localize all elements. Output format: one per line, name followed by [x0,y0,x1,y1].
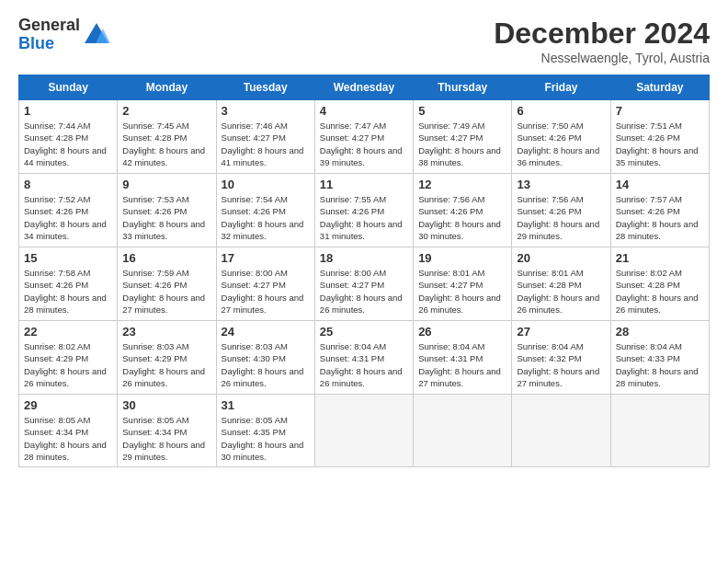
table-row: 17Sunrise: 8:00 AMSunset: 4:27 PMDayligh… [216,247,314,321]
table-row: 13Sunrise: 7:56 AMSunset: 4:26 PMDayligh… [512,174,610,247]
col-friday: Friday [512,75,610,100]
logo-text: General Blue [18,17,80,53]
table-row: 19Sunrise: 8:01 AMSunset: 4:27 PMDayligh… [414,247,512,321]
table-row: 7Sunrise: 7:51 AMSunset: 4:26 PMDaylight… [610,100,709,174]
table-row: 23Sunrise: 8:03 AMSunset: 4:29 PMDayligh… [118,321,216,395]
table-row: 4Sunrise: 7:47 AMSunset: 4:27 PMDaylight… [314,100,413,174]
col-monday: Monday [118,75,216,100]
table-row: 21Sunrise: 8:02 AMSunset: 4:28 PMDayligh… [610,247,709,321]
table-row: 18Sunrise: 8:00 AMSunset: 4:27 PMDayligh… [314,247,413,321]
table-row: 30Sunrise: 8:05 AMSunset: 4:34 PMDayligh… [118,395,216,467]
col-wednesday: Wednesday [314,75,413,100]
logo-icon [83,21,110,49]
table-row: 22Sunrise: 8:02 AMSunset: 4:29 PMDayligh… [19,321,118,395]
logo: General Blue [18,17,110,53]
table-row: 10Sunrise: 7:54 AMSunset: 4:26 PMDayligh… [216,174,314,247]
title-section: December 2024 Nesselwaengle, Tyrol, Aust… [494,17,710,65]
table-row: 12Sunrise: 7:56 AMSunset: 4:26 PMDayligh… [414,174,512,247]
table-row: 28Sunrise: 8:04 AMSunset: 4:33 PMDayligh… [610,321,709,395]
table-row: 9Sunrise: 7:53 AMSunset: 4:26 PMDaylight… [118,174,216,247]
table-row: 16Sunrise: 7:59 AMSunset: 4:26 PMDayligh… [118,247,216,321]
table-row: 27Sunrise: 8:04 AMSunset: 4:32 PMDayligh… [512,321,610,395]
header: General Blue December 2024 Nesselwaengle… [18,17,710,65]
table-row: 2Sunrise: 7:45 AMSunset: 4:28 PMDaylight… [118,100,216,174]
table-row: 26Sunrise: 8:04 AMSunset: 4:31 PMDayligh… [414,321,512,395]
table-row: 8Sunrise: 7:52 AMSunset: 4:26 PMDaylight… [19,174,118,247]
calendar-page: General Blue December 2024 Nesselwaengle… [0,0,728,563]
table-row [314,395,413,467]
header-row: Sunday Monday Tuesday Wednesday Thursday… [19,75,710,100]
logo-general: General [18,16,80,34]
logo-blue: Blue [18,34,54,52]
table-row: 29Sunrise: 8:05 AMSunset: 4:34 PMDayligh… [19,395,118,467]
col-saturday: Saturday [610,75,709,100]
month-title: December 2024 [494,17,710,51]
table-row: 24Sunrise: 8:03 AMSunset: 4:30 PMDayligh… [216,321,314,395]
table-row: 3Sunrise: 7:46 AMSunset: 4:27 PMDaylight… [216,100,314,174]
col-thursday: Thursday [414,75,512,100]
table-row: 5Sunrise: 7:49 AMSunset: 4:27 PMDaylight… [414,100,512,174]
table-row [512,395,610,467]
table-row: 1Sunrise: 7:44 AMSunset: 4:28 PMDaylight… [19,100,118,174]
table-row: 6Sunrise: 7:50 AMSunset: 4:26 PMDaylight… [512,100,610,174]
table-row [610,395,709,467]
col-sunday: Sunday [19,75,118,100]
table-row: 25Sunrise: 8:04 AMSunset: 4:31 PMDayligh… [314,321,413,395]
location: Nesselwaengle, Tyrol, Austria [494,51,710,65]
calendar-table: Sunday Monday Tuesday Wednesday Thursday… [18,75,710,467]
table-row [414,395,512,467]
table-row: 31Sunrise: 8:05 AMSunset: 4:35 PMDayligh… [216,395,314,467]
table-row: 15Sunrise: 7:58 AMSunset: 4:26 PMDayligh… [19,247,118,321]
table-row: 20Sunrise: 8:01 AMSunset: 4:28 PMDayligh… [512,247,610,321]
table-row: 14Sunrise: 7:57 AMSunset: 4:26 PMDayligh… [610,174,709,247]
table-row: 11Sunrise: 7:55 AMSunset: 4:26 PMDayligh… [314,174,413,247]
col-tuesday: Tuesday [216,75,314,100]
